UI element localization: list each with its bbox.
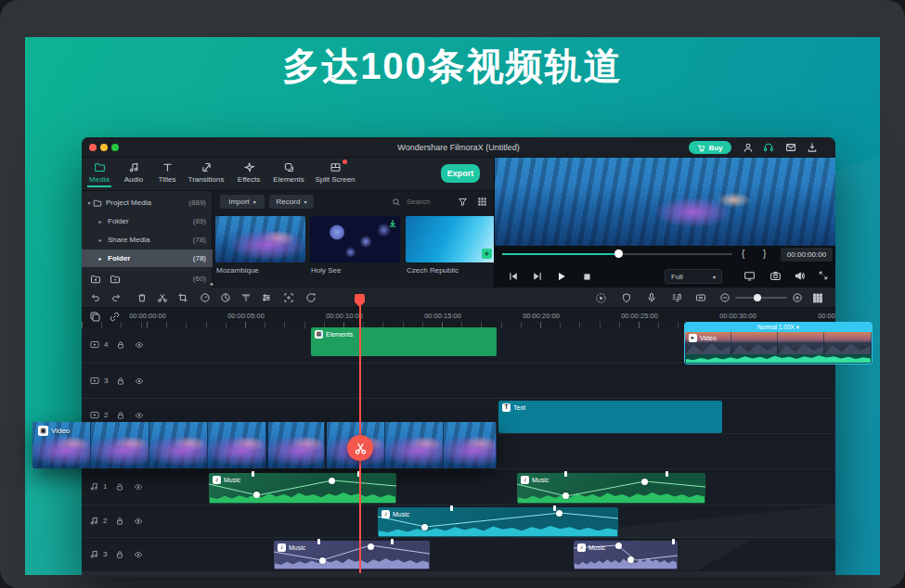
color-button[interactable] bbox=[219, 291, 232, 304]
record-dropdown[interactable]: Record▾ bbox=[269, 195, 314, 209]
collapse-sidebar-arrow[interactable]: ◂ bbox=[210, 280, 213, 287]
split-scissors-badge[interactable] bbox=[347, 435, 373, 461]
audio-track-1-row[interactable]: 1 bbox=[82, 469, 835, 505]
tab-titles[interactable]: Titles bbox=[147, 161, 187, 184]
lock-icon[interactable] bbox=[115, 482, 124, 492]
export-button[interactable]: Export bbox=[441, 164, 480, 183]
download-icon[interactable] bbox=[807, 142, 818, 153]
filter-funnel-icon[interactable] bbox=[458, 197, 468, 207]
music-clip-a1-2[interactable]: ♪Music bbox=[517, 473, 705, 504]
media-thumb-mozambique[interactable] bbox=[215, 216, 305, 262]
zoom-in-button[interactable] bbox=[791, 291, 804, 304]
delete-button[interactable] bbox=[136, 291, 149, 304]
zoom-slider-handle[interactable] bbox=[754, 294, 761, 301]
eye-icon[interactable] bbox=[133, 517, 144, 526]
zoom-out-button[interactable] bbox=[718, 291, 731, 304]
mark-out-button[interactable]: } bbox=[763, 249, 766, 259]
tab-transitions[interactable]: Transitions bbox=[186, 161, 226, 184]
keyframe-dot[interactable] bbox=[421, 524, 428, 530]
eye-icon[interactable] bbox=[133, 482, 144, 492]
second-monitor-icon[interactable] bbox=[743, 270, 756, 282]
lock-icon[interactable] bbox=[116, 340, 125, 350]
import-dropdown[interactable]: Import▾ bbox=[220, 195, 265, 209]
eye-icon[interactable] bbox=[133, 550, 144, 559]
sidebar-item-project-media[interactable]: ▾ Project Media (889) bbox=[82, 194, 213, 211]
redo-button[interactable] bbox=[110, 291, 123, 304]
keyframe-dot[interactable] bbox=[368, 543, 374, 550]
marker-button[interactable] bbox=[239, 291, 252, 304]
remove-folder-icon[interactable] bbox=[110, 274, 121, 285]
volume-icon[interactable] bbox=[794, 270, 806, 282]
timeline-scrollbar[interactable] bbox=[82, 572, 835, 577]
music-clip-a3-1[interactable]: ♪Music bbox=[274, 541, 430, 569]
zoom-slider-track[interactable] bbox=[735, 297, 787, 299]
lock-icon[interactable] bbox=[116, 411, 125, 420]
eye-icon[interactable] bbox=[134, 340, 145, 350]
support-headset-icon[interactable] bbox=[763, 142, 774, 153]
keyframe-dot[interactable] bbox=[562, 492, 569, 499]
volume-envelope[interactable] bbox=[378, 507, 618, 537]
sidebar-item-share-media[interactable]: ▸ Share Media (78) bbox=[82, 231, 213, 249]
eye-icon[interactable] bbox=[134, 377, 145, 386]
music-clip-a2[interactable]: ♪Music bbox=[378, 507, 618, 537]
keyframe-button[interactable] bbox=[304, 291, 317, 304]
audio-mixer-button[interactable] bbox=[670, 291, 683, 304]
speed-badge[interactable]: Normal 1.00X ▾ bbox=[685, 323, 872, 332]
keyframe-dot[interactable] bbox=[641, 479, 648, 485]
play-button[interactable] bbox=[556, 271, 567, 282]
search-input[interactable] bbox=[405, 197, 449, 207]
speed-video-clip[interactable]: Normal 1.00X ▾ ▸Video bbox=[684, 322, 873, 364]
render-preview-button[interactable] bbox=[594, 291, 607, 304]
motion-track-button[interactable] bbox=[282, 291, 295, 304]
speed-button[interactable] bbox=[199, 291, 212, 304]
keyframe-dot[interactable] bbox=[556, 510, 562, 517]
lock-icon[interactable] bbox=[115, 550, 124, 559]
track-manager-button[interactable] bbox=[811, 291, 824, 304]
buy-button[interactable]: Buy bbox=[689, 141, 731, 154]
mark-in-button[interactable]: { bbox=[742, 249, 744, 259]
fullscreen-icon[interactable] bbox=[818, 270, 829, 281]
account-icon[interactable] bbox=[743, 142, 754, 153]
tab-elements[interactable]: Elements bbox=[268, 161, 309, 184]
audio-adjust-button[interactable] bbox=[260, 291, 273, 304]
stop-button[interactable] bbox=[582, 272, 592, 282]
elements-clip[interactable]: ▦Elements bbox=[311, 327, 497, 356]
quality-shield-button[interactable] bbox=[620, 291, 633, 304]
sidebar-item-folder-1[interactable]: ▸ Folder (89) bbox=[82, 212, 213, 230]
video-track-3-row[interactable]: 3 bbox=[82, 364, 835, 399]
snapshot-camera-icon[interactable] bbox=[769, 270, 782, 282]
add-folder-icon[interactable] bbox=[90, 274, 101, 285]
view-size-dropdown[interactable]: Full▾ bbox=[665, 269, 722, 284]
search-box[interactable] bbox=[392, 197, 449, 207]
lock-icon[interactable] bbox=[116, 377, 125, 386]
music-clip-a1-1[interactable]: ♪Music bbox=[209, 473, 396, 504]
text-clip[interactable]: TText bbox=[498, 401, 722, 433]
undo-button[interactable] bbox=[89, 291, 102, 304]
next-frame-button[interactable] bbox=[532, 271, 543, 282]
previous-frame-button[interactable] bbox=[508, 271, 519, 282]
media-thumb-holy-see[interactable] bbox=[310, 216, 400, 262]
seekbar-handle[interactable] bbox=[614, 249, 623, 258]
grid-view-icon[interactable] bbox=[477, 197, 487, 207]
crop-button[interactable] bbox=[176, 291, 189, 304]
preview-video-frame[interactable] bbox=[495, 158, 835, 246]
audio-track-3-row[interactable]: 3 bbox=[82, 538, 835, 572]
add-to-timeline-icon[interactable]: + bbox=[482, 249, 492, 259]
tab-effects[interactable]: Effects bbox=[228, 161, 269, 184]
voiceover-mic-button[interactable] bbox=[645, 291, 658, 304]
media-thumb-czech-republic[interactable]: + bbox=[406, 216, 496, 262]
sidebar-item-folder-2-selected[interactable]: ▸ Folder (78) bbox=[82, 249, 213, 267]
music-clip-a3-2[interactable]: ♪Music bbox=[574, 541, 678, 569]
tab-split-screen[interactable]: Split Screen bbox=[310, 161, 360, 184]
music-icon: ♪ bbox=[278, 543, 286, 552]
split-scissors-button[interactable] bbox=[156, 291, 169, 304]
eye-icon[interactable] bbox=[134, 411, 145, 420]
keyframe-dot[interactable] bbox=[615, 543, 622, 549]
auto-ripple-button[interactable] bbox=[694, 291, 707, 304]
seekbar-played[interactable] bbox=[502, 253, 619, 255]
keyframe-dot[interactable] bbox=[319, 557, 326, 564]
mail-icon[interactable] bbox=[785, 142, 796, 153]
lock-icon[interactable] bbox=[115, 517, 124, 526]
seekbar-remaining[interactable] bbox=[619, 253, 732, 255]
video-clip-main[interactable]: ▣ Video bbox=[32, 422, 497, 468]
